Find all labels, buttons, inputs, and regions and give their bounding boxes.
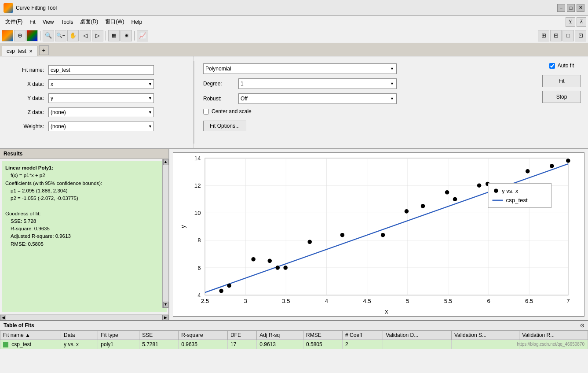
- menu-help[interactable]: Help: [128, 18, 146, 26]
- toolbar-zoom-out[interactable]: 🔍−: [55, 30, 66, 41]
- results-sse: SSE: 5.728: [5, 218, 163, 225]
- y-data-row: Y data: y: [9, 93, 184, 103]
- x-tick-25: 2.5: [201, 298, 209, 304]
- results-body: Linear model Poly1: f(x) = p1*x + p2 Coe…: [0, 159, 168, 314]
- close-button[interactable]: ✕: [577, 4, 584, 12]
- degree-select[interactable]: 1 2 3 4 5: [238, 78, 397, 89]
- x-tick-65: 6.5: [525, 298, 533, 304]
- col-n-coeff[interactable]: # Coeff: [343, 331, 383, 340]
- toolbar-layout-2[interactable]: ⊟: [550, 30, 562, 41]
- scroll-right-btn[interactable]: ▶: [162, 315, 168, 320]
- menu-desktop[interactable]: 桌面(D): [77, 17, 102, 27]
- legend-label-fit: csp_test: [506, 197, 528, 203]
- scroll-left-btn[interactable]: ◀: [0, 315, 6, 320]
- maximize-button[interactable]: □: [567, 4, 575, 12]
- toolbar-back[interactable]: ◁: [80, 30, 91, 41]
- tab-csp-test[interactable]: csp_test ✕: [2, 46, 37, 56]
- menu-fit[interactable]: Fit: [26, 18, 39, 26]
- cell-n-coeff: 2: [343, 340, 383, 349]
- robust-select[interactable]: Off On: [238, 93, 397, 104]
- center-scale-row: Center and scale: [203, 108, 526, 114]
- menu-tools[interactable]: Tools: [57, 18, 77, 26]
- toolbar-table-view[interactable]: ▦: [108, 30, 120, 41]
- col-dfe[interactable]: DFE: [227, 331, 256, 340]
- x-data-select-wrapper: x: [48, 79, 154, 89]
- x-data-select[interactable]: x: [48, 79, 154, 89]
- y-tick-4: 4: [197, 292, 201, 299]
- table-row[interactable]: csp_test y vs. x poly1 5.7281 0.9635 17 …: [0, 340, 588, 349]
- col-val-d[interactable]: Validation D...: [383, 331, 452, 340]
- results-rsquare: R-square: 0.9635: [5, 225, 163, 233]
- col-data[interactable]: Data: [61, 331, 98, 340]
- toolbar-pan[interactable]: ✋: [67, 30, 79, 41]
- cell-adj-rsq: 0.9613: [257, 340, 303, 349]
- toolbar-layout-4[interactable]: ⊡: [575, 30, 586, 41]
- results-panel: Results Linear model Poly1: f(x) = p1*x …: [0, 149, 169, 320]
- results-rmse: RMSE: 0.5805: [5, 240, 163, 248]
- cell-fit-name: csp_test: [0, 340, 61, 349]
- col-fit-type[interactable]: Fit type: [98, 331, 139, 340]
- table-collapse-icon[interactable]: ⊙: [580, 322, 584, 329]
- col-adj-rsq[interactable]: Adj R-sq: [257, 331, 303, 340]
- fit-type-select[interactable]: Polynomial: [203, 63, 397, 74]
- cell-val-s: [451, 340, 519, 349]
- toolbar-grid-view[interactable]: ⊞: [121, 30, 132, 41]
- robust-label: Robust:: [203, 96, 238, 102]
- fit-type-row: Polynomial: [203, 63, 526, 74]
- minimize-button[interactable]: −: [557, 4, 565, 12]
- legend-label-data: y vs. x: [502, 188, 519, 194]
- x-tick-45: 4.5: [363, 298, 371, 304]
- toolbar-sep2: [106, 31, 106, 41]
- results-hscrollbar[interactable]: ◀ ▶: [0, 314, 168, 320]
- toolbar-logo[interactable]: [2, 30, 13, 41]
- scroll-down-btn[interactable]: ▼: [163, 302, 168, 308]
- z-data-select[interactable]: (none): [48, 107, 154, 117]
- add-tab-button[interactable]: +: [39, 45, 49, 55]
- undock-button[interactable]: ⊻: [566, 17, 575, 27]
- scroll-up-btn[interactable]: ▲: [163, 159, 168, 165]
- toolbar-zoom-in[interactable]: 🔍: [43, 30, 54, 41]
- toolbar-add-data[interactable]: ⊕: [14, 30, 26, 41]
- toolbar-sep1: [40, 31, 40, 41]
- toolbar: ⊕ 🔍 🔍− ✋ ◁ ▷ ▦ ⊞ 📈 ⊞ ⊟ □ ⊡: [0, 28, 588, 43]
- toolbar-color[interactable]: [26, 30, 38, 41]
- y-tick-14: 14: [194, 155, 201, 162]
- tab-close-btn[interactable]: ✕: [29, 49, 33, 54]
- fit-options-button[interactable]: Fit Options...: [203, 121, 246, 131]
- robust-row: Robust: Off On: [203, 93, 526, 104]
- toolbar-layout-1[interactable]: ⊞: [538, 30, 549, 41]
- results-adj-rsquare: Adjusted R-square: 0.9613: [5, 233, 163, 240]
- auto-fit-checkbox[interactable]: [549, 63, 555, 69]
- col-val-s[interactable]: Validation S...: [451, 331, 519, 340]
- weights-row: Weights: (none): [9, 122, 184, 131]
- col-sse[interactable]: SSE: [139, 331, 179, 340]
- col-val-r[interactable]: Validation R...: [519, 331, 588, 340]
- dock-button[interactable]: ⊼: [577, 17, 586, 27]
- fit-type-panel: Polynomial Degree: 1 2 3 4 5 Robust:: [194, 56, 535, 148]
- degree-label: Degree:: [203, 81, 238, 87]
- menu-view[interactable]: View: [39, 18, 58, 26]
- results-scrollbar[interactable]: ▲ ▼: [162, 159, 168, 308]
- weights-select[interactable]: (none): [48, 122, 154, 131]
- col-r-square[interactable]: R-square: [179, 331, 228, 340]
- center-scale-checkbox[interactable]: [203, 109, 209, 114]
- col-fit-name[interactable]: Fit name ▲: [0, 331, 61, 340]
- weights-label: Weights:: [9, 123, 44, 129]
- data-point-4: [267, 259, 272, 263]
- toolbar-chart[interactable]: 📈: [137, 30, 148, 41]
- fit-name-input[interactable]: [48, 65, 154, 75]
- watermark: https://blog.csdn.net/qq_46650870: [517, 342, 584, 347]
- chart-panel: 2.5 3 3.5 4 4.5 5 5.5 6 6.5 7 4 6 8 10: [169, 149, 588, 320]
- stop-button[interactable]: Stop: [542, 91, 581, 103]
- legend-box: [488, 183, 551, 207]
- menu-file[interactable]: 文件(F): [2, 17, 26, 27]
- y-data-select[interactable]: y: [48, 93, 154, 103]
- fit-button[interactable]: Fit: [542, 75, 581, 87]
- toolbar-forward[interactable]: ▷: [92, 30, 103, 41]
- table-header-row: Table of Fits ⊙: [0, 321, 588, 330]
- toolbar-layout-3[interactable]: □: [562, 30, 574, 41]
- x-tick-7: 7: [566, 298, 570, 304]
- fit-type-select-wrapper: Polynomial: [203, 63, 397, 74]
- menu-window[interactable]: 窗口(W): [102, 17, 128, 27]
- col-rmse[interactable]: RMSE: [303, 331, 343, 340]
